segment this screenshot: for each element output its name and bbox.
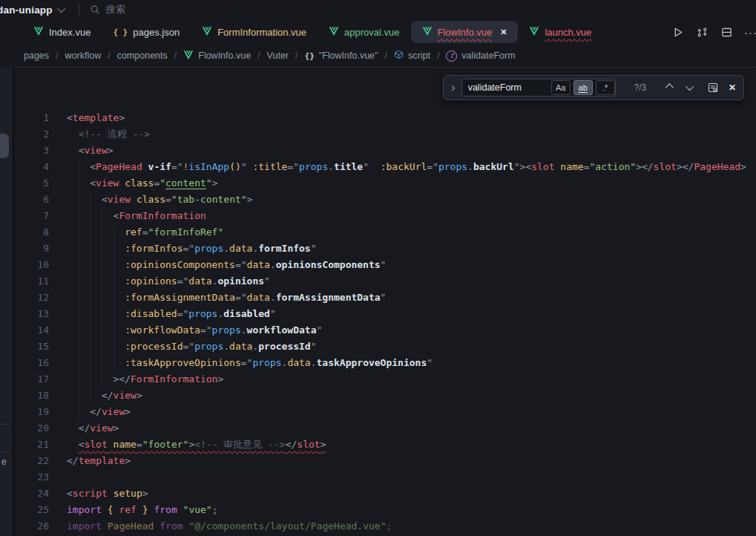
line-number[interactable]: 5 — [14, 175, 49, 192]
code-token[interactable]: = — [142, 226, 148, 238]
code-line[interactable]: 25import { ref } from "vue"; — [14, 502, 756, 518]
code-token[interactable]: taskApproveOpinions — [317, 357, 427, 368]
code-token[interactable]: slot — [84, 439, 107, 450]
code-line-content[interactable]: </view> — [67, 404, 131, 420]
code-token[interactable]: ; — [212, 504, 218, 515]
breadcrumb-item-workflow[interactable]: workflow — [65, 50, 102, 61]
tab-index-vue[interactable]: Index.vue — [22, 21, 102, 43]
code-token[interactable]: =" — [241, 357, 253, 368]
code-token[interactable]: = — [165, 194, 171, 205]
code-token[interactable]: props — [194, 243, 223, 254]
code-token[interactable]: :title — [252, 161, 287, 172]
code-token[interactable]: ref — [119, 504, 136, 515]
line-number[interactable]: 23 — [14, 469, 49, 486]
code-token[interactable]: name — [560, 161, 583, 172]
code-token[interactable]: slot — [654, 161, 677, 172]
code-token[interactable]: PageHead — [96, 161, 142, 172]
code-token[interactable]: </ — [79, 422, 91, 434]
line-number[interactable]: 24 — [14, 486, 49, 502]
code-token[interactable]: FormInformation — [131, 373, 217, 385]
code-token[interactable] — [131, 194, 137, 205]
code-token[interactable]: "tab-content" — [171, 194, 247, 205]
line-number[interactable]: 18 — [14, 388, 49, 404]
find-query-input[interactable] — [468, 82, 548, 93]
code-token[interactable]: class — [137, 194, 165, 205]
line-number[interactable]: 19 — [14, 404, 49, 420]
code-line[interactable]: 7<FormInformation — [14, 208, 756, 224]
line-number[interactable]: 1 — [14, 110, 49, 126]
code-token[interactable]: :opinions — [125, 275, 177, 287]
code-line-content[interactable]: :formInfos="props.data.formInfos" — [67, 241, 317, 257]
code-token[interactable]: opinions — [217, 275, 264, 287]
code-token[interactable]: workflowData — [247, 324, 317, 336]
code-line-content[interactable]: <view> — [67, 143, 114, 159]
code-token[interactable]: < — [67, 112, 73, 123]
code-token[interactable]: =" — [177, 275, 189, 287]
code-token[interactable]: </ — [102, 390, 114, 401]
code-token[interactable]: PageHead — [108, 520, 154, 532]
breadcrumb-item-pages[interactable]: pages — [24, 50, 49, 61]
code-token[interactable]: :disabled — [125, 308, 177, 319]
tab-approval-vue[interactable]: approval.vue — [318, 21, 410, 43]
code-line[interactable]: 21<slot name="footer"><!-- 审批意见 --></slo… — [14, 437, 756, 453]
code-line-content[interactable]: <view class="tab-content"> — [67, 192, 252, 208]
code-token[interactable]: =" — [287, 161, 299, 172]
code-token[interactable] — [142, 161, 148, 172]
code-line[interactable]: 4<PageHead v-if="!isInApp()" :title="pro… — [14, 159, 756, 175]
code-token[interactable]: " — [317, 324, 323, 336]
code-token[interactable]: data — [287, 357, 310, 368]
code-token[interactable]: FormInformation — [119, 210, 206, 221]
code-token[interactable]: class — [125, 177, 154, 189]
code-token[interactable]: > — [137, 390, 142, 401]
code-token[interactable]: props — [299, 161, 328, 172]
code-token[interactable]: view — [84, 145, 107, 156]
code-line[interactable]: 9:formInfos="props.data.formInfos" — [14, 241, 756, 257]
code-token[interactable]: :opinionsComponents — [125, 259, 235, 270]
code-token[interactable]: processId — [258, 341, 310, 352]
code-token[interactable]: =" — [183, 243, 194, 254]
code-token[interactable]: v-if — [148, 161, 171, 172]
code-token[interactable]: slot — [297, 439, 320, 450]
code-token[interactable]: "@/components/layout/PageHead.vue" — [188, 520, 386, 532]
code-token[interactable]: . — [270, 259, 276, 270]
code-token[interactable]: :taskApproveOpinions — [125, 357, 241, 368]
code-token[interactable]: props — [212, 324, 241, 336]
code-token[interactable]: view — [108, 194, 131, 205]
split-editor-button[interactable] — [720, 25, 733, 39]
find-expand-chevron-icon[interactable]: › — [451, 81, 456, 94]
breadcrumb-item-components[interactable]: components — [117, 50, 168, 61]
code-editor[interactable]: 1<template>2<!-- 流程 -->3<view>4<PageHead… — [14, 67, 756, 536]
code-token[interactable]: ></ — [114, 373, 131, 385]
code-token[interactable]: backUrl — [473, 161, 514, 172]
code-token[interactable]: > — [142, 488, 148, 499]
code-line[interactable]: 13:disabled="props.disabled" — [14, 306, 756, 322]
code-token[interactable]: </ — [286, 439, 298, 450]
code-token[interactable]: =" — [183, 341, 194, 352]
code-token[interactable]: < — [102, 194, 108, 205]
code-token[interactable]: " — [160, 177, 165, 189]
code-token[interactable]: > — [247, 194, 253, 205]
code-token[interactable]: . — [270, 292, 276, 303]
code-line[interactable]: 18</view> — [14, 388, 756, 404]
code-line-content[interactable]: ref="formInfoRef" — [67, 224, 223, 241]
code-line-content[interactable]: :opinionsComponents="data.opinionsCompon… — [67, 257, 386, 273]
code-line[interactable]: 24<script setup> — [14, 486, 756, 502]
code-token[interactable]: > — [217, 373, 223, 385]
code-line[interactable]: 22</template> — [14, 453, 756, 469]
code-token[interactable]: () — [229, 161, 241, 172]
code-token[interactable]: template — [73, 112, 119, 123]
code-token[interactable]: " — [206, 177, 212, 189]
line-number[interactable]: 7 — [14, 208, 49, 224]
code-token[interactable]: setup — [114, 488, 142, 499]
code-line[interactable]: 12:formAssignmentData="data.formAssignme… — [14, 290, 756, 306]
code-line-content[interactable]: import PageHead from "@/components/layou… — [67, 518, 392, 535]
tab-flowinfo-vue[interactable]: FlowInfo.vue✕ — [411, 21, 519, 43]
tab-forminformation-vue[interactable]: FormInformation.vue — [191, 21, 318, 43]
code-token[interactable]: =" — [235, 292, 247, 303]
code-token[interactable]: view — [102, 406, 125, 417]
code-line-content[interactable]: <view class="content"> — [67, 175, 218, 192]
code-line[interactable]: 26import PageHead from "@/components/lay… — [14, 518, 756, 535]
code-token[interactable]: view — [96, 177, 119, 189]
code-token[interactable]: formAssignmentData — [276, 292, 381, 303]
code-token[interactable]: view — [114, 390, 137, 401]
